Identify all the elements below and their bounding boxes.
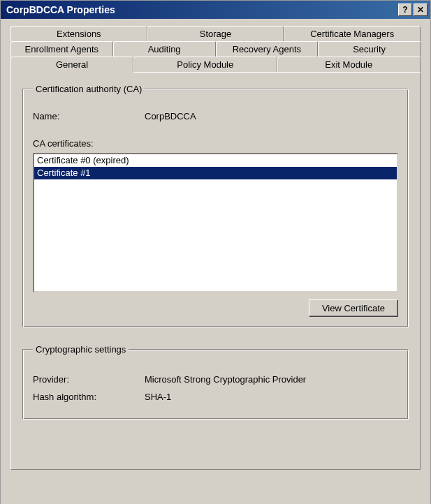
ca-name-label: Name: — [33, 111, 145, 121]
provider-row: Provider: Microsoft Strong Cryptographic… — [33, 374, 398, 385]
ca-name-value: CorpBDCCA — [145, 111, 196, 121]
tab-enrollment-agents[interactable]: Enrollment Agents — [10, 41, 113, 57]
tab-row-1: Extensions Storage Certificate Managers — [10, 26, 421, 41]
hash-label: Hash algorithm: — [33, 392, 145, 402]
tab-exit-module[interactable]: Exit Module — [277, 57, 421, 72]
titlebar: CorpBDCCA Properties ? ✕ — [1, 1, 430, 19]
close-button[interactable]: ✕ — [414, 3, 428, 16]
tab-row-2: Enrollment Agents Auditing Recovery Agen… — [10, 41, 421, 57]
tab-certificate-managers[interactable]: Certificate Managers — [284, 26, 421, 41]
ca-name-row: Name: CorpBDCCA — [33, 111, 398, 121]
tab-auditing[interactable]: Auditing — [113, 41, 216, 57]
tab-policy-module[interactable]: Policy Module — [133, 57, 277, 72]
titlebar-buttons: ? ✕ — [398, 3, 428, 16]
ca-group: Certification authority (CA) Name: CorpB… — [22, 84, 409, 327]
list-item[interactable]: Certificate #1 — [34, 167, 397, 179]
crypto-group: Cryptographic settings Provider: Microso… — [22, 344, 409, 420]
ca-certs-listbox[interactable]: Certificate #0 (expired) Certificate #1 — [33, 153, 398, 292]
hash-value: SHA-1 — [145, 392, 171, 402]
view-certificate-button[interactable]: View Certificate — [309, 299, 398, 317]
dialog-content: Extensions Storage Certificate Managers … — [1, 19, 430, 477]
tab-recovery-agents[interactable]: Recovery Agents — [216, 41, 319, 57]
help-icon: ? — [402, 5, 407, 15]
tab-general[interactable]: General — [10, 57, 133, 73]
tab-row-3: General Policy Module Exit Module — [10, 57, 421, 72]
help-button[interactable]: ? — [398, 3, 412, 16]
close-icon: ✕ — [417, 5, 424, 15]
provider-label: Provider: — [33, 374, 145, 385]
ca-certs-label: CA certificates: — [33, 138, 398, 149]
tab-extensions[interactable]: Extensions — [10, 26, 147, 41]
tab-security[interactable]: Security — [318, 41, 421, 57]
window-title: CorpBDCCA Properties — [6, 4, 398, 15]
ca-group-legend: Certification authority (CA) — [33, 84, 145, 94]
tabs: Extensions Storage Certificate Managers … — [10, 26, 421, 470]
tab-page-general: Certification authority (CA) Name: CorpB… — [10, 72, 421, 470]
hash-row: Hash algorithm: SHA-1 — [33, 392, 398, 402]
view-cert-row: View Certificate — [33, 299, 398, 317]
provider-value: Microsoft Strong Cryptographic Provider — [145, 374, 306, 385]
properties-dialog: CorpBDCCA Properties ? ✕ Extensions Stor… — [0, 0, 431, 504]
crypto-group-legend: Cryptographic settings — [33, 344, 129, 355]
list-item[interactable]: Certificate #0 (expired) — [34, 154, 397, 167]
tab-storage[interactable]: Storage — [147, 26, 284, 41]
